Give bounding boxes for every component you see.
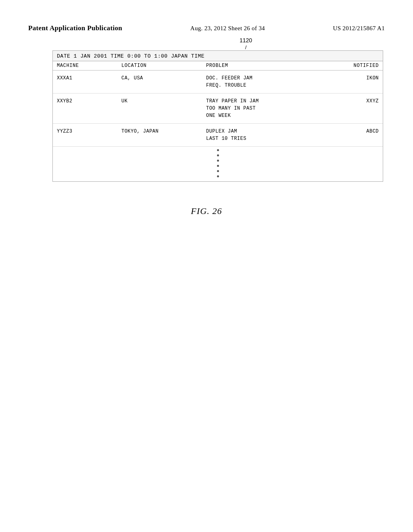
publication-date-sheet: Aug. 23, 2012 Sheet 26 of 34 <box>190 25 265 32</box>
table-row: XXXA1 CA, USA DOC. FEEDER JAM FREQ. TROU… <box>53 71 383 94</box>
row-location-2: UK <box>121 98 206 104</box>
page-header: Patent Application Publication Aug. 23, … <box>28 24 385 34</box>
row-notified-2: XXYZ <box>338 98 379 104</box>
date-header-row: DATE 1 JAN 2001 TIME 0:00 TO 1:00 JAPAN … <box>53 51 383 61</box>
dots-indicator <box>53 147 383 181</box>
table-row: YYZZ3 TOKYO, JAPAN DUPLEX JAM LAST 10 TR… <box>53 124 383 147</box>
row-location-1: CA, USA <box>121 75 206 81</box>
dot-icon <box>217 149 219 151</box>
row-location-3: TOKYO, JAPAN <box>121 128 206 134</box>
row-machine-3: YYZZ3 <box>57 128 121 134</box>
data-table: DATE 1 JAN 2001 TIME 0:00 TO 1:00 JAPAN … <box>52 50 383 182</box>
dot-icon <box>217 170 219 172</box>
table-row: XXYB2 UK TRAY PAPER IN JAM TOO MANY IN P… <box>53 94 383 124</box>
col-header-location: LOCATION <box>121 63 206 69</box>
row-problem-3: DUPLEX JAM LAST 10 TRIES <box>206 128 338 142</box>
col-header-notified: NOTIFIED <box>338 63 379 69</box>
figure-caption: FIG. 26 <box>28 206 385 216</box>
col-header-machine: MACHINE <box>57 63 121 69</box>
dot-icon <box>217 160 219 162</box>
row-problem-1: DOC. FEEDER JAM FREQ. TROUBLE <box>206 75 338 89</box>
dot-icon <box>217 154 219 156</box>
page-container: Patent Application Publication Aug. 23, … <box>0 0 413 532</box>
row-notified-1: IKON <box>338 75 379 81</box>
dot-icon <box>217 165 219 167</box>
row-notified-3: ABCD <box>338 128 379 134</box>
row-machine-2: XXYB2 <box>57 98 121 104</box>
column-headers: MACHINE LOCATION PROBLEM NOTIFIED <box>53 61 383 71</box>
reference-number: 1120 <box>240 37 252 44</box>
publication-title: Patent Application Publication <box>28 24 122 32</box>
date-header-text: DATE 1 JAN 2001 TIME 0:00 TO 1:00 JAPAN … <box>57 53 204 59</box>
col-header-problem: PROBLEM <box>206 63 338 69</box>
row-machine-1: XXXA1 <box>57 75 121 81</box>
dot-icon <box>217 175 219 177</box>
bracket-slash-icon: / <box>245 44 247 50</box>
publication-number: US 2012/215867 A1 <box>333 25 385 32</box>
reference-indicator: 1120 / <box>107 37 385 50</box>
row-problem-2: TRAY PAPER IN JAM TOO MANY IN PAST ONE W… <box>206 98 338 119</box>
